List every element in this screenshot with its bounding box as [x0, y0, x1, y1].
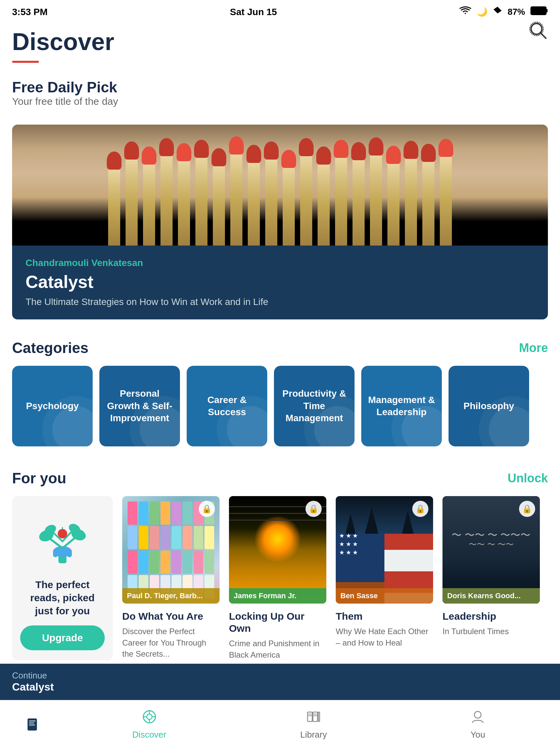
category-personal-growth-label: Personal Growth & Self-Improvement	[106, 388, 173, 424]
library-nav-icon	[304, 707, 323, 726]
categories-title: Categories	[12, 340, 88, 356]
lock-icon-do-what: 🔒	[199, 501, 215, 517]
book-author-tag-do-what: Paul D. Tieger, Barb...	[122, 588, 219, 603]
status-time: 3:53 PM	[12, 7, 48, 18]
free-daily-pick-subtitle: Your free title of the day	[12, 96, 118, 107]
nav-item-discover[interactable]: Discover	[67, 707, 231, 740]
promo-illustration	[32, 510, 93, 570]
svg-rect-37	[318, 712, 320, 721]
category-career-success-label: Career & Success	[193, 394, 261, 418]
continue-bar[interactable]: Continue Catalyst	[0, 664, 560, 700]
lock-icon-locking-up: 🔒	[305, 501, 322, 517]
hero-author: Chandramouli Venkatesan	[26, 258, 534, 268]
book-cover-do-what-you-are: Paul D. Tieger, Barb... 🔒	[122, 496, 219, 603]
book-locking-up[interactable]: James Forman Jr. 🔒 Locking Up Our Own Cr…	[229, 496, 326, 660]
continue-label: Continue	[12, 670, 548, 681]
svg-rect-24	[29, 724, 35, 725]
svg-rect-17	[53, 549, 58, 557]
battery-percent: 87%	[508, 7, 525, 17]
book-title-do-what: Do What You Are	[122, 610, 219, 622]
battery-icon	[530, 6, 548, 18]
book-author-tag-locking-up: James Forman Jr.	[229, 588, 326, 603]
discover-nav-icon	[140, 707, 159, 726]
book-desc-locking-up: Crime and Punishment in Black America	[229, 638, 326, 660]
svg-rect-1	[546, 9, 548, 12]
discover-nav-label: Discover	[132, 729, 166, 740]
categories-more-link[interactable]: More	[519, 341, 548, 355]
bottom-nav: Discover Library You	[0, 700, 560, 747]
lock-icon-them: 🔒	[412, 501, 428, 517]
book-title-leadership: Leadership	[443, 610, 540, 622]
book-desc-them: Why We Hate Each Other – and How to Heal	[336, 626, 433, 648]
free-daily-pick-title: Free Daily Pick	[12, 79, 118, 96]
category-psychology[interactable]: Psychology	[12, 366, 93, 446]
category-productivity-label: Productivity & Time Management	[281, 388, 348, 424]
svg-rect-22	[29, 720, 35, 721]
category-philosophy[interactable]: Philosophy	[449, 366, 529, 446]
category-personal-growth[interactable]: Personal Growth & Self-Improvement	[99, 366, 180, 446]
you-nav-icon	[468, 707, 487, 726]
status-bar: 3:53 PM Sat Jun 15 🌙 87%	[0, 0, 560, 21]
hero-book-description: The Ultimate Strategies on How to Win at…	[26, 297, 534, 307]
categories-header: Categories More	[12, 340, 548, 356]
lock-icon-leadership: 🔒	[519, 501, 535, 517]
svg-rect-19	[62, 548, 67, 557]
category-philosophy-label: Philosophy	[464, 400, 514, 412]
status-right: 🌙 87%	[459, 6, 548, 18]
svg-rect-32	[313, 712, 318, 721]
book-desc-do-what: Discover the Perfect Career for You Thro…	[122, 626, 219, 660]
continue-nav-icon	[24, 715, 43, 733]
for-you-header: For you Unlock	[12, 470, 548, 487]
category-productivity[interactable]: Productivity & Time Management	[274, 366, 354, 446]
category-career-success[interactable]: Career & Success	[187, 366, 267, 446]
hero-book-title: Catalyst	[26, 272, 534, 292]
book-author-tag-leadership: Doris Kearns Good...	[443, 588, 540, 603]
category-psychology-label: Psychology	[26, 400, 79, 412]
categories-scroll: Psychology Personal Growth & Self-Improv…	[12, 366, 548, 450]
book-author-tag-them: Ben Sasse	[336, 588, 433, 603]
upgrade-button[interactable]: Upgrade	[20, 625, 105, 650]
hero-image	[12, 125, 548, 246]
location-icon	[493, 6, 502, 18]
library-nav-label: Library	[300, 729, 327, 740]
svg-rect-20	[67, 549, 72, 557]
nav-item-you[interactable]: You	[396, 707, 560, 740]
svg-rect-18	[58, 548, 62, 557]
book-title-locking-up: Locking Up Our Own	[229, 610, 326, 635]
matches-illustration	[12, 125, 548, 246]
svg-point-38	[474, 712, 481, 718]
svg-rect-23	[29, 722, 34, 723]
book-leadership[interactable]: 〜 〜〜 〜 〜〜〜 〜〜 〜 〜〜 Doris Kearns Good... …	[443, 496, 540, 660]
category-management-label: Management & Leadership	[368, 394, 435, 418]
status-date: Sat Jun 15	[230, 7, 277, 18]
book-desc-leadership: In Turbulent Times	[443, 626, 540, 637]
promo-card: The perfect reads, picked just for you U…	[12, 496, 113, 660]
for-you-section: For you Unlock	[12, 470, 548, 664]
promo-text: The perfect reads, picked just for you	[20, 578, 105, 617]
svg-point-15	[58, 529, 67, 538]
hero-info: Chandramouli Venkatesan Catalyst The Ult…	[12, 246, 548, 319]
books-scroll: The perfect reads, picked just for you U…	[12, 496, 548, 664]
svg-rect-0	[531, 7, 546, 15]
svg-point-26	[147, 714, 152, 719]
categories-section: Categories More Psychology Personal Grow…	[12, 340, 548, 450]
main-content: Discover Free Daily Pick Your free title…	[0, 21, 560, 747]
for-you-unlock-link[interactable]: Unlock	[508, 471, 548, 485]
nav-item-library[interactable]: Library	[231, 707, 396, 740]
nav-item-continue[interactable]	[0, 715, 67, 733]
for-you-title: For you	[12, 470, 66, 487]
hero-banner[interactable]: Chandramouli Venkatesan Catalyst The Ult…	[12, 125, 548, 319]
page-title: Discover	[12, 28, 548, 55]
book-them[interactable]: ★★★★★★★★★	[336, 496, 433, 660]
title-underline	[12, 61, 39, 63]
wifi-icon	[459, 6, 471, 18]
book-do-what-you-are[interactable]: Paul D. Tieger, Barb... 🔒 Do What You Ar…	[122, 496, 219, 660]
category-management[interactable]: Management & Leadership	[361, 366, 442, 446]
svg-rect-31	[308, 712, 312, 721]
book-title-them: Them	[336, 610, 433, 622]
book-cover-leadership: 〜 〜〜 〜 〜〜〜 〜〜 〜 〜〜 Doris Kearns Good... …	[443, 496, 540, 603]
continue-book-title: Catalyst	[12, 681, 548, 693]
book-cover-locking-up: James Forman Jr. 🔒	[229, 496, 326, 603]
search-button[interactable]	[528, 20, 548, 40]
you-nav-label: You	[470, 729, 485, 740]
